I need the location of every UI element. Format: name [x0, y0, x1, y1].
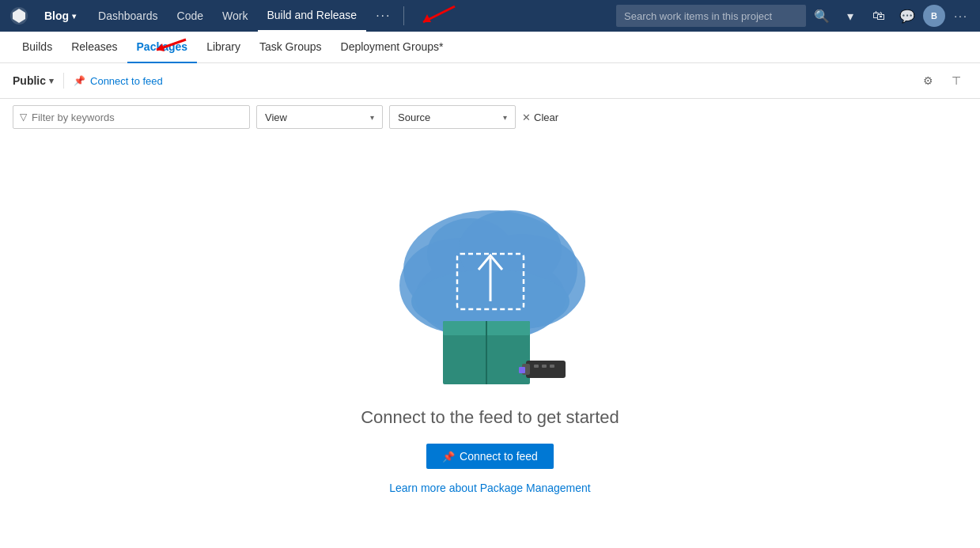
svg-rect-15: [534, 365, 539, 368]
view-label: View: [265, 111, 287, 123]
illustration: [364, 167, 617, 388]
package-illustration: [364, 167, 617, 388]
cta-pin-icon: 📌: [442, 451, 455, 463]
view-chevron: ▾: [370, 113, 374, 122]
overflow-icon: ···: [954, 9, 968, 22]
source-dropdown[interactable]: Source ▾: [389, 105, 516, 129]
funnel-icon: ⊤: [952, 74, 961, 87]
settings-icon-btn[interactable]: ⚙: [917, 70, 939, 92]
project-chevron: ▾: [72, 12, 76, 21]
bell-icon: 🛍: [872, 9, 885, 23]
clear-button[interactable]: ✕ Clear: [522, 111, 558, 123]
svg-rect-18: [519, 367, 525, 373]
search-icon-btn[interactable]: 🔍: [809, 3, 834, 28]
search-input[interactable]: [616, 5, 806, 27]
tab-packages[interactable]: Packages: [127, 32, 198, 63]
toolbar-right: ⚙ ⊤: [917, 70, 967, 92]
learn-more-link[interactable]: Learn more about Package Management: [389, 482, 591, 494]
top-nav-right: 🔍 ▾ 🛍 💬 B ···: [616, 3, 974, 28]
cta-text: Connect to the feed to get started: [361, 407, 619, 428]
clear-label: Clear: [534, 111, 558, 123]
logo[interactable]: [6, 3, 32, 28]
project-name: Blog: [44, 9, 69, 22]
avatar-initials: B: [931, 11, 937, 21]
connect-label: Connect to feed: [90, 75, 163, 87]
svg-rect-13: [526, 361, 566, 378]
search-icon: 🔍: [814, 9, 830, 24]
feed-chevron: ▾: [49, 76, 54, 86]
nav-code[interactable]: Code: [168, 0, 213, 32]
connect-to-feed-btn[interactable]: 📌 Connect to feed: [74, 75, 163, 87]
ellipsis-icon: ···: [376, 9, 391, 23]
chat-icon: 💬: [899, 9, 915, 24]
tab-task-groups[interactable]: Task Groups: [250, 32, 331, 63]
cta-connect-btn[interactable]: 📌 Connect to feed: [426, 444, 554, 469]
source-chevron: ▾: [503, 113, 507, 122]
feed-label: Public: [13, 74, 46, 87]
chat-icon-btn[interactable]: 💬: [895, 3, 920, 28]
feed-selector[interactable]: Public ▾: [13, 74, 54, 87]
project-selector[interactable]: Blog ▾: [38, 0, 82, 32]
tab-builds[interactable]: Builds: [13, 32, 62, 63]
overflow-menu-btn[interactable]: ···: [948, 3, 974, 28]
keyword-filter-input[interactable]: [32, 111, 243, 123]
pin-icon: 📌: [74, 75, 85, 86]
nav-more[interactable]: ···: [366, 0, 400, 32]
nav-work[interactable]: Work: [213, 0, 257, 32]
cta-connect-label: Connect to feed: [460, 450, 538, 463]
clear-x-icon: ✕: [522, 111, 531, 123]
toolbar-divider: [63, 73, 64, 89]
top-nav: Blog ▾ Dashboards Code Work Build and Re…: [0, 0, 980, 32]
view-dropdown[interactable]: View ▾: [256, 105, 383, 129]
svg-rect-16: [542, 365, 547, 368]
nav-build-release[interactable]: Build and Release: [258, 0, 367, 32]
tab-releases[interactable]: Releases: [62, 32, 127, 63]
svg-rect-17: [550, 365, 554, 368]
tab-library[interactable]: Library: [197, 32, 250, 63]
filter-icon-btn[interactable]: ⊤: [945, 70, 967, 92]
keyword-filter-wrap: ▽: [13, 105, 250, 129]
source-label: Source: [398, 111, 430, 123]
tab-deployment-groups[interactable]: Deployment Groups*: [331, 32, 453, 63]
sub-nav: Builds Releases Packages Library Task Gr…: [0, 32, 980, 63]
notifications-icon[interactable]: 🛍: [866, 3, 891, 28]
main-content: Connect to the feed to get started 📌 Con…: [0, 135, 980, 526]
filter-row: ▽ View ▾ Source ▾ ✕ Clear: [0, 99, 980, 135]
gear-icon: ⚙: [923, 74, 933, 87]
nav-dashboards[interactable]: Dashboards: [89, 0, 168, 32]
toolbar: Public ▾ 📌 Connect to feed ⚙ ⊤: [0, 63, 980, 99]
user-avatar[interactable]: B: [923, 5, 945, 27]
nav-divider: [403, 6, 404, 25]
top-nav-menu: Dashboards Code Work Build and Release ·…: [89, 0, 400, 32]
filter-icon: ▽: [20, 111, 27, 123]
search-chevron[interactable]: ▾: [838, 3, 863, 28]
